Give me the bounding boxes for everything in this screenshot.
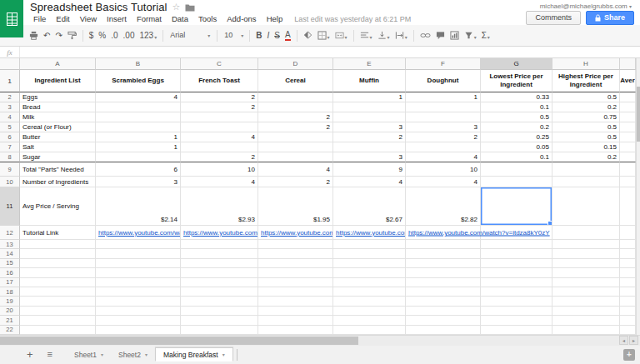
cell-E11[interactable]: $2.67 xyxy=(333,187,406,226)
cell-H22[interactable] xyxy=(552,326,620,335)
cell-F21[interactable] xyxy=(406,316,481,325)
column-header-B[interactable]: B xyxy=(96,58,181,70)
insert-link-button[interactable] xyxy=(418,29,433,42)
cell-F22[interactable] xyxy=(406,326,481,335)
cell-C8[interactable]: 2 xyxy=(181,152,258,162)
cell-F19[interactable] xyxy=(406,297,481,306)
row-header-8[interactable]: 8 xyxy=(0,152,20,162)
row-header-9[interactable]: 9 xyxy=(0,162,20,177)
formula-input[interactable] xyxy=(20,47,640,57)
cell-A11[interactable]: Avg Price / Serving xyxy=(20,187,96,226)
cell-A12[interactable]: Tutorial Link xyxy=(20,226,96,240)
cell-D4[interactable]: 2 xyxy=(258,112,333,122)
cell-F12[interactable]: https://www.youtube.com/watch?v=itdza8kY… xyxy=(406,226,481,240)
cell-B2[interactable]: 4 xyxy=(96,92,181,102)
cell-D16[interactable] xyxy=(258,268,333,277)
cell-D20[interactable] xyxy=(258,307,333,316)
cell-I6[interactable] xyxy=(620,132,636,142)
cell-E8[interactable]: 3 xyxy=(333,152,406,162)
cell-C15[interactable] xyxy=(181,259,258,268)
cell-C11[interactable]: $2.93 xyxy=(181,187,258,226)
cell-B11[interactable]: $2.14 xyxy=(96,187,181,226)
row-header-7[interactable]: 7 xyxy=(0,142,20,152)
cell-E14[interactable] xyxy=(333,249,406,258)
cell-G20[interactable] xyxy=(481,307,552,316)
cell-H1[interactable]: Highest Price per Ingredient xyxy=(552,70,620,92)
row-header-17[interactable]: 17 xyxy=(0,278,20,287)
cell-E20[interactable] xyxy=(333,307,406,316)
cell-D6[interactable] xyxy=(258,132,333,142)
cell-A1[interactable]: Ingredient List xyxy=(20,70,96,92)
cell-D19[interactable] xyxy=(258,297,333,306)
cell-I7[interactable] xyxy=(620,142,636,152)
cell-D7[interactable] xyxy=(258,142,333,152)
cell-I15[interactable] xyxy=(620,259,636,268)
cell-H14[interactable] xyxy=(552,249,620,258)
cell-H7[interactable]: 0.15 xyxy=(552,142,620,152)
cell-A13[interactable] xyxy=(20,240,96,249)
cell-B8[interactable] xyxy=(96,152,181,162)
cell-H10[interactable] xyxy=(552,177,620,187)
sheet-tab-sheet1[interactable]: Sheet1▾ xyxy=(67,347,111,362)
cell-F16[interactable] xyxy=(406,268,481,277)
cell-F18[interactable] xyxy=(406,287,481,297)
scroll-left-button[interactable]: ◂ xyxy=(619,336,628,345)
cell-C3[interactable]: 2 xyxy=(181,102,258,112)
document-title[interactable]: Spreadsheet Basics Tutorial xyxy=(30,1,168,13)
cell-I20[interactable] xyxy=(620,307,636,316)
cell-F4[interactable] xyxy=(406,112,481,122)
row-header-3[interactable]: 3 xyxy=(0,102,20,112)
cell-G18[interactable] xyxy=(481,287,552,297)
cell-E17[interactable] xyxy=(333,278,406,287)
cell-H2[interactable]: 0.5 xyxy=(552,92,620,102)
vertical-align-button[interactable]: ▾ xyxy=(375,29,392,42)
cell-I17[interactable] xyxy=(620,278,636,287)
cell-H11[interactable] xyxy=(552,187,620,226)
cell-F14[interactable] xyxy=(406,249,481,258)
cell-A15[interactable] xyxy=(20,259,96,268)
cell-B12[interactable]: https://www.youtube.com/wa xyxy=(96,226,181,240)
add-sheet-button[interactable]: + xyxy=(20,349,40,360)
insert-chart-button[interactable] xyxy=(448,29,462,42)
cell-A16[interactable] xyxy=(20,268,96,277)
column-header-E[interactable]: E xyxy=(333,58,406,70)
cell-B21[interactable] xyxy=(96,316,181,325)
cell-C18[interactable] xyxy=(181,287,258,297)
menu-item-edit[interactable]: Edit xyxy=(51,14,74,23)
cell-G16[interactable] xyxy=(481,268,552,277)
fill-color-button[interactable] xyxy=(301,29,315,42)
cell-E10[interactable]: 4 xyxy=(333,177,406,187)
cell-H4[interactable]: 0.75 xyxy=(552,112,620,122)
cell-E19[interactable] xyxy=(333,297,406,306)
cell-I10[interactable] xyxy=(620,177,636,187)
cell-G4[interactable]: 0.5 xyxy=(481,112,552,122)
cell-A10[interactable]: Number of Ingredients xyxy=(20,177,96,187)
cell-E15[interactable] xyxy=(333,259,406,268)
cell-B13[interactable] xyxy=(96,240,181,249)
cell-C16[interactable] xyxy=(181,268,258,277)
cell-F9[interactable]: 10 xyxy=(406,162,481,177)
paint-format-button[interactable] xyxy=(65,29,79,42)
sheets-logo[interactable] xyxy=(0,0,23,37)
cell-E9[interactable]: 9 xyxy=(333,162,406,177)
cell-C10[interactable]: 4 xyxy=(181,177,258,187)
font-family-select[interactable]: Arial ▾ xyxy=(167,30,213,41)
cell-H18[interactable] xyxy=(552,287,620,297)
cell-F20[interactable] xyxy=(406,307,481,316)
row-header-16[interactable]: 16 xyxy=(0,268,20,277)
cell-B10[interactable]: 3 xyxy=(96,177,181,187)
cell-A3[interactable]: Bread xyxy=(20,102,96,112)
cell-B22[interactable] xyxy=(96,326,181,335)
italic-button[interactable]: I xyxy=(264,30,272,42)
vertical-scrollbar-thumb[interactable] xyxy=(637,87,640,142)
row-header-5[interactable]: 5 xyxy=(0,122,20,132)
cell-C21[interactable] xyxy=(181,316,258,325)
cell-D3[interactable] xyxy=(258,102,333,112)
column-header-G[interactable]: G xyxy=(481,58,552,70)
cell-G14[interactable] xyxy=(481,249,552,258)
share-button[interactable]: Share xyxy=(586,11,634,25)
column-header-H[interactable]: H xyxy=(552,58,620,70)
cell-F5[interactable]: 3 xyxy=(406,122,481,132)
cell-F1[interactable]: Doughnut xyxy=(406,70,481,92)
row-header-6[interactable]: 6 xyxy=(0,132,20,142)
